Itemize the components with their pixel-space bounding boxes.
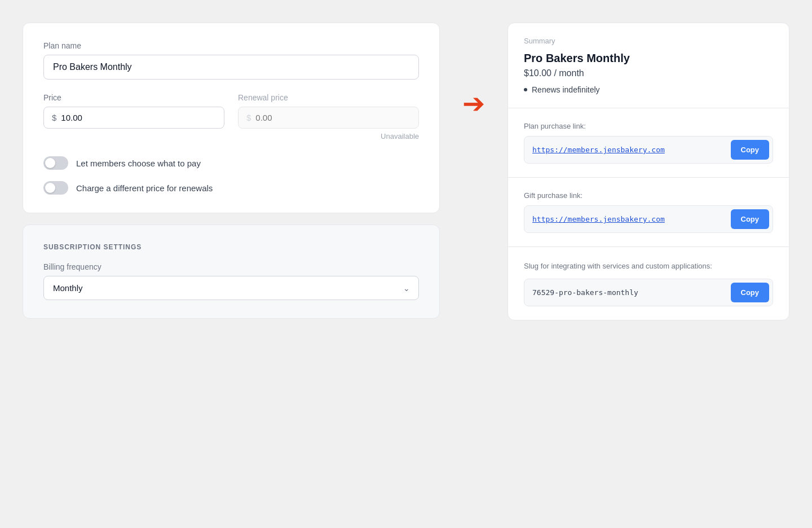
subscription-settings-heading: SUBSCRIPTION SETTINGS (43, 243, 419, 251)
toggle-row-2: Charge a different price for renewals (43, 181, 419, 195)
slug-section: Slug for integrating with services and c… (508, 247, 789, 320)
left-panel: Plan name Price $ Renewal price $ Unavai… (23, 23, 440, 319)
summary-label: Summary (524, 37, 773, 45)
plan-purchase-url: https://members.jensbakery.com (524, 139, 727, 161)
plan-purchase-label: Plan purchase link: (524, 122, 773, 130)
billing-frequency-label: Billing frequency (43, 262, 419, 271)
plan-purchase-copy-button[interactable]: Copy (731, 140, 770, 160)
billing-frequency-select-wrapper: Monthly Yearly Quarterly ⌄ (43, 276, 419, 300)
renews-bullet (524, 88, 527, 91)
members-choose-toggle[interactable] (43, 156, 68, 170)
unavailable-text: Unavailable (238, 132, 419, 140)
price-row: Price $ Renewal price $ Unavailable (43, 93, 419, 140)
toggle-thumb-1 (45, 158, 55, 168)
billing-frequency-select[interactable]: Monthly Yearly Quarterly (43, 276, 419, 300)
price-label: Price (43, 93, 224, 102)
gift-purchase-copy-button[interactable]: Copy (731, 209, 770, 229)
plan-name-input[interactable] (43, 55, 419, 80)
red-arrow-icon: ➔ (462, 90, 485, 117)
gift-purchase-url: https://members.jensbakery.com (524, 208, 727, 230)
summary-plan-title: Pro Bakers Monthly (524, 52, 773, 65)
renewal-price-label: Renewal price (238, 93, 419, 102)
renews-item: Renews indefinitely (524, 85, 773, 94)
toggle-2-label: Charge a different price for renewals (76, 183, 213, 193)
renewal-input-wrapper: $ (238, 107, 419, 129)
renewal-dollar-sign: $ (246, 113, 251, 122)
renewal-price-input[interactable] (255, 113, 411, 122)
arrow-container: ➔ (462, 23, 485, 117)
plan-details-card: Plan name Price $ Renewal price $ Unavai… (23, 23, 440, 213)
gift-purchase-label: Gift purchase link: (524, 191, 773, 200)
slug-value: 76529-pro-bakers-monthly (524, 281, 727, 303)
toggle-thumb-2 (45, 183, 55, 193)
plan-name-label: Plan name (43, 41, 419, 50)
plan-purchase-link-row: https://members.jensbakery.com Copy (524, 136, 773, 164)
price-input-wrapper: $ (43, 107, 224, 129)
toggles-section: Let members choose what to pay Charge a … (43, 156, 419, 195)
plan-purchase-link-section: Plan purchase link: https://members.jens… (508, 108, 789, 178)
toggle-1-label: Let members choose what to pay (76, 159, 201, 168)
slug-section-label: Slug for integrating with services and c… (524, 261, 773, 272)
price-dollar-sign: $ (52, 113, 56, 122)
price-input[interactable] (61, 113, 216, 122)
gift-purchase-link-row: https://members.jensbakery.com Copy (524, 205, 773, 233)
renewal-price-field: Renewal price $ Unavailable (238, 93, 419, 140)
summary-plan-price: $10.00 / month (524, 68, 773, 78)
subscription-settings-card: SUBSCRIPTION SETTINGS Billing frequency … (23, 225, 440, 319)
right-panel: Summary Pro Bakers Monthly $10.00 / mont… (508, 23, 789, 320)
renews-text: Renews indefinitely (532, 85, 600, 94)
toggle-row-1: Let members choose what to pay (43, 156, 419, 170)
slug-copy-button[interactable]: Copy (731, 283, 770, 302)
slug-row: 76529-pro-bakers-monthly Copy (524, 279, 773, 306)
summary-header-section: Summary Pro Bakers Monthly $10.00 / mont… (508, 23, 789, 108)
different-price-toggle[interactable] (43, 181, 68, 195)
price-field: Price $ (43, 93, 224, 140)
gift-purchase-link-section: Gift purchase link: https://members.jens… (508, 178, 789, 247)
summary-card: Summary Pro Bakers Monthly $10.00 / mont… (508, 23, 789, 320)
